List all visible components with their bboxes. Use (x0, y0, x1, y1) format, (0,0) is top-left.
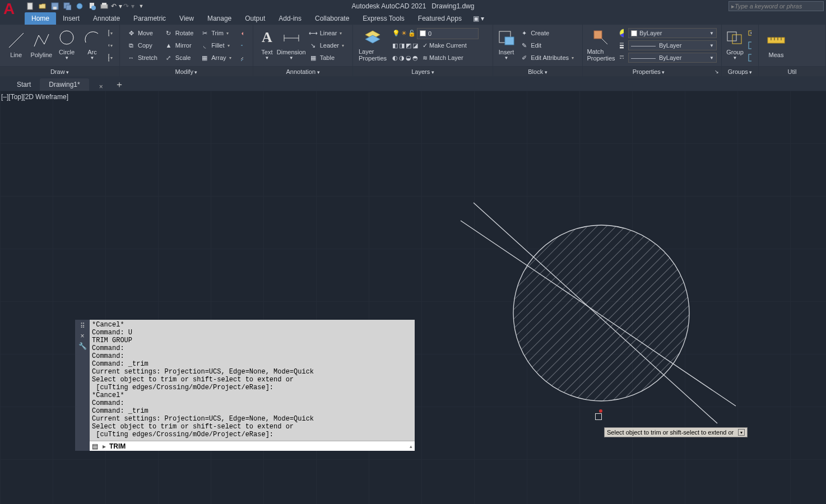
layer-tool2-icon[interactable]: ◨ (399, 42, 405, 49)
measure-button[interactable]: Meas (762, 26, 790, 63)
fillet-button[interactable]: ◟Fillet▾ (198, 40, 235, 51)
tab-start[interactable]: Start (8, 78, 40, 91)
command-window-handle[interactable]: ⠿ × 🔧 (75, 320, 90, 451)
edit-attr-button[interactable]: ✐Edit Attributes▾ (517, 52, 578, 63)
trim-button[interactable]: ✂Trim▾ (198, 27, 235, 39)
prompt-dropdown-icon[interactable]: ▴ (410, 442, 412, 451)
saveas-icon[interactable] (62, 1, 73, 12)
bulb-on-icon[interactable]: 💡 (392, 30, 400, 37)
match-properties-button[interactable]: Match Properties (586, 26, 616, 63)
linetype-combo[interactable]: ————ByLayer▼ (628, 53, 717, 63)
new-tab-icon[interactable]: ＋ (112, 78, 127, 91)
group-button[interactable]: Group▼ (725, 26, 745, 63)
copy-button[interactable]: ⧉Copy (124, 40, 160, 51)
stretch-button[interactable]: ↔Stretch (124, 52, 160, 63)
tab-annotate[interactable]: Annotate (86, 12, 127, 25)
drawing-canvas[interactable]: [–][Top][2D Wireframe] Select object to … (0, 91, 826, 504)
scale-icon: ⤢ (164, 53, 173, 62)
offset-icon[interactable] (238, 52, 245, 63)
tab-collaborate[interactable]: Collaborate (308, 12, 356, 25)
linetype-icon[interactable] (617, 52, 626, 63)
tab-drawing1[interactable]: Drawing1* (40, 78, 89, 91)
linear-button[interactable]: ⟷Linear▾ (307, 27, 348, 39)
group-tool1-icon[interactable]: ★ (746, 27, 754, 39)
match-layer-button[interactable]: ≋ Match Layer (423, 54, 463, 62)
tab-view[interactable]: View (173, 12, 201, 25)
app-logo[interactable]: A (3, 1, 20, 21)
open-icon[interactable] (37, 1, 48, 12)
panel-utilities: Meas Util (759, 25, 826, 76)
tab-overflow-icon[interactable]: ▣ ▾ (468, 12, 489, 25)
explode-icon[interactable] (238, 40, 245, 51)
erase-icon[interactable] (238, 27, 245, 39)
svg-line-10 (9, 33, 24, 48)
qat-dropdown-icon[interactable]: ▼ (136, 1, 147, 12)
color-combo[interactable]: ByLayer▼ (628, 28, 717, 38)
table-button[interactable]: ▦Table (307, 52, 348, 63)
line-button[interactable]: Line (3, 26, 29, 63)
wrench-icon[interactable]: 🔧 (78, 342, 87, 350)
scale-button[interactable]: ⤢Scale (162, 52, 196, 63)
layer-tool7-icon[interactable]: ◒ (406, 54, 411, 62)
tab-featured[interactable]: Featured Apps (411, 12, 468, 25)
lineweight-combo[interactable]: ————ByLayer▼ (628, 40, 717, 50)
redo-icon[interactable]: ↷ ▾ (123, 1, 134, 12)
tab-manage[interactable]: Manage (201, 12, 238, 25)
command-log[interactable]: *Cancel* Command: U TRIM GROUP Command: … (90, 320, 415, 441)
command-window[interactable]: ⠿ × 🔧 *Cancel* Command: U TRIM GROUP Com… (75, 320, 415, 451)
search-input[interactable]: ▸ Type a keyword or phras (728, 1, 824, 11)
layer-properties-button[interactable]: Layer Properties (356, 26, 389, 63)
close-icon[interactable]: × (80, 332, 84, 340)
color-wheel-icon[interactable] (617, 27, 626, 39)
new-icon[interactable] (25, 1, 36, 12)
web-open-icon[interactable] (74, 1, 85, 12)
layer-tool4-icon[interactable]: ◪ (412, 42, 418, 49)
insert-button[interactable]: Insert▼ (496, 26, 516, 63)
tab-insert[interactable]: Insert (56, 12, 86, 25)
rotate-button[interactable]: ↻Rotate (162, 27, 196, 39)
layer-tool8-icon[interactable]: ◓ (412, 54, 418, 62)
ellipse-icon[interactable]: ▾ (106, 40, 115, 51)
group-tool2-icon[interactable] (746, 40, 754, 51)
leader-button[interactable]: ↘Leader▾ (307, 40, 348, 51)
make-current-button[interactable]: ✓ Make Current (423, 42, 467, 49)
text-button[interactable]: AText▼ (257, 26, 277, 63)
layer-tool6-icon[interactable]: ◑ (399, 54, 405, 62)
undo-icon[interactable]: ↶ ▾ (111, 1, 122, 12)
dimension-button[interactable]: Dimension▼ (277, 26, 305, 63)
sun-icon[interactable]: ☀ (401, 30, 407, 37)
tab-express[interactable]: Express Tools (356, 12, 411, 25)
move-button[interactable]: ✥Move (124, 27, 160, 39)
grip-icon[interactable]: ⠿ (80, 322, 85, 330)
layer-tool1-icon[interactable]: ◧ (392, 42, 398, 49)
array-button[interactable]: ▦Array▾ (198, 52, 235, 63)
lineweight-icon[interactable] (617, 40, 626, 51)
save-icon[interactable] (49, 1, 61, 12)
close-tab-icon[interactable]: × (96, 83, 106, 91)
create-button[interactable]: ✦Create (517, 27, 578, 39)
svg-rect-12 (109, 30, 109, 36)
command-prompt[interactable]: ▤ ▸ TRIM ▴ (90, 441, 415, 451)
tab-output[interactable]: Output (238, 12, 272, 25)
layer-combo[interactable]: 0 (417, 28, 479, 39)
circle-button[interactable]: Circle▼ (54, 26, 80, 63)
group-tool3-icon[interactable] (746, 52, 754, 63)
plot-icon[interactable] (99, 1, 110, 12)
tooltip-dropdown-icon[interactable]: ▾ (738, 429, 745, 436)
tab-addins[interactable]: Add-ins (272, 12, 308, 25)
layer-tool3-icon[interactable]: ◩ (406, 42, 411, 49)
svg-rect-9 (102, 3, 106, 5)
rectangle-icon[interactable]: ▾ (106, 27, 115, 39)
command-history-icon[interactable]: ▤ (92, 442, 98, 451)
lock-icon[interactable]: 🔓 (408, 30, 416, 37)
edit-button[interactable]: ✎Edit (517, 40, 578, 51)
linear-icon: ⟷ (309, 29, 318, 38)
hatch-icon[interactable]: ▾ (106, 52, 115, 63)
polyline-button[interactable]: Polyline (29, 26, 54, 63)
tab-home[interactable]: Home (25, 12, 56, 25)
arc-button[interactable]: Arc▼ (80, 26, 105, 63)
tab-parametric[interactable]: Parametric (127, 12, 173, 25)
layer-tool5-icon[interactable]: ◐ (392, 54, 398, 62)
web-save-icon[interactable] (86, 1, 98, 12)
mirror-button[interactable]: ▲Mirror (162, 40, 196, 51)
